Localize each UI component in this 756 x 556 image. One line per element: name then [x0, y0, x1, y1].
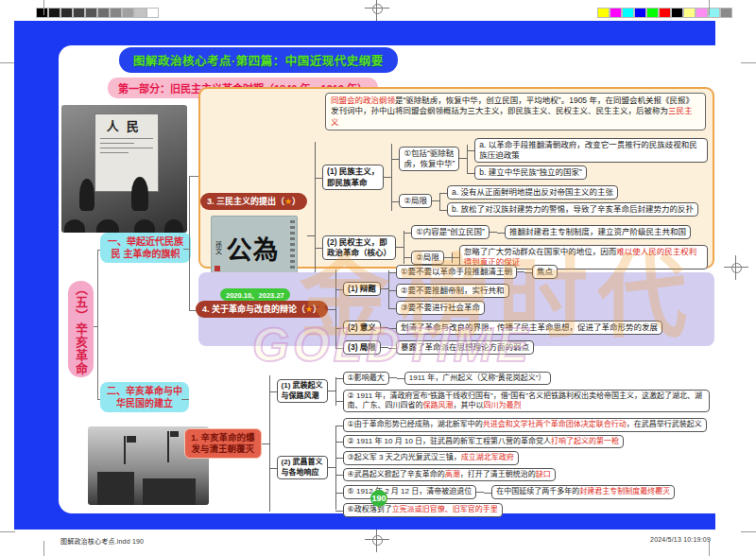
node-children: 在中国延续了两千多年的封建君主专制制度最终覆灭 — [484, 484, 710, 500]
calibration-square — [696, 8, 708, 18]
tree-row: (1) 武装起义与保路风潮①影响最大1911 年，广州起义（又称“黄花岗起义”）… — [277, 369, 710, 414]
red-seal — [215, 266, 220, 271]
text-segment: ② 1911 年 10 月 10 日，驻武昌的新军工程第八营的革命党人 — [348, 437, 552, 445]
text-segment: ②要不要推翻帝制，实行共和 — [401, 286, 505, 295]
connector — [97, 250, 100, 251]
text-segment: ①由于革命形势已经成熟，湖北新军中的 — [348, 420, 483, 428]
text-segment: (1) 民族主义， — [327, 166, 379, 176]
tree-row: ①由于革命形势已经成熟，湖北新军中的共进会和文学社两个革命团体决定联合行动，在武… — [343, 418, 710, 431]
map-node: 1911 年，广州起义（又称“黄花岗起义”） — [404, 372, 551, 385]
map-node: (1) 辩题 — [343, 282, 381, 296]
map-node: ⑤ 1912 年 2 月 12 日，清帝被迫退位 — [343, 485, 477, 498]
connector-stub — [381, 288, 388, 289]
node-children: (1) 武装起义与保路风潮①影响最大1911 年，广州起义（又称“黄花岗起义”）… — [269, 367, 710, 520]
text-segment: 忽略了广大劳动群众在国家中的地位，因而 — [464, 247, 617, 256]
text-segment: ①影响最大 — [348, 374, 385, 382]
text-segment: b. 放松了对汉族封建势力的警惕，导致了辛亥革命后封建势力的反扑 — [452, 204, 694, 214]
map-node: ①由于革命形势已经成熟，湖北新军中的共进会和文学社两个革命团体决定联合行动，在武… — [343, 418, 707, 431]
connector-stub — [517, 271, 524, 272]
map-node: ⑥政权落到了立宪派或旧官僚、旧军官的手里 — [343, 503, 503, 516]
text-segment: 1911 年，广州起义（又称“黄花岗起义”） — [409, 374, 546, 382]
node-children: 划清了革命与改良的界限，传播了民主革命思想，促进了革命形势的发展 — [388, 320, 710, 337]
highlight-text: 缺口 — [536, 470, 551, 478]
map-node: ② 1911 年 10 月 10 日，驻武昌的新军工程第八营的革命党人打响了起义… — [343, 435, 625, 448]
text-segment: 在中国延续了两千多年的 — [496, 487, 579, 495]
text-segment: 焦点 — [537, 267, 553, 276]
connector-stub — [328, 467, 335, 468]
tree-row: ⑥政权落到了立宪派或旧官僚、旧军官的手里 — [343, 503, 710, 516]
connector-stub — [490, 232, 497, 233]
calligraphy-text: 公為下天 — [221, 230, 285, 278]
text-segment: ② 1911 年，清政府宣布“铁路干线收归国有”，借“国有”名义把铁路利权出卖给… — [348, 391, 702, 409]
tree-row: a. 以革命手段推翻清朝政府，改变它一贯推行的民族歧视和民族压迫政策 — [474, 138, 708, 163]
crop-mark — [0, 62, 15, 63]
crop-mark — [43, 0, 44, 15]
connector-stub — [396, 247, 404, 248]
highlight-text: 高潮 — [445, 470, 460, 478]
calibration-square — [671, 8, 683, 18]
tree-row: ①包括“驱除鞑虏，恢复中华”a. 以革命手段推翻清朝政府，改变它一贯推行的民族歧… — [399, 136, 708, 181]
calibration-square — [622, 8, 634, 18]
highlight-text: 共进会和文学社两个革命团体决定联合行动 — [483, 420, 627, 428]
text-segment: ①内容是“创立民国” — [416, 227, 485, 236]
map-node: a. 没有从正面鲜明地提出反对帝国主义的主张 — [447, 185, 618, 200]
panel-debate: 2020.10、2023.27 4. 关于革命与改良的辩论（★） (1) 辩题①… — [198, 272, 714, 346]
calibration-square — [110, 8, 122, 18]
connector — [94, 326, 97, 327]
map-node: ④武昌起义掀起了辛亥革命的高潮，打开了清王朝统治的缺口 — [343, 468, 556, 481]
map-node: ② 1911 年，清政府宣布“铁路干线收归国有”，借“国有”名义把铁路利权出卖给… — [343, 390, 710, 413]
calibration-square — [634, 8, 646, 18]
node-children: a. 没有从正面鲜明地提出反对帝国主义的主张b. 放松了对汉族封建势力的警惕，导… — [439, 184, 708, 218]
tree-row: 1911 年，广州起义（又称“黄花岗起义”） — [404, 372, 710, 385]
crop-mark — [741, 62, 756, 63]
tree-row: (1) 民族主义，即民族革命①包括“驱除鞑虏，恢复中华”a. 以革命手段推翻清朝… — [322, 135, 708, 219]
calibration-square — [720, 8, 732, 18]
tree-row: ③要不要进行社会革命 — [396, 301, 710, 315]
page-number-badge: 190 — [370, 490, 387, 507]
node-children: ①包括“驱除鞑虏，恢复中华”a. 以革命手段推翻清朝政府，改变它一贯推行的民族歧… — [391, 135, 708, 219]
tree-row: b. 放松了对汉族封建势力的警惕，导致了辛亥革命后封建势力的反扑 — [447, 202, 708, 217]
map-node: ①内容是“创立民国” — [411, 225, 490, 239]
map-node: (1) 民族主义，即民族革命 — [322, 165, 384, 189]
connector-stub — [328, 391, 335, 391]
map-node: b. 建立中华民族“独立的国家” — [474, 165, 587, 180]
text-segment: a. 以革命手段推翻清朝政府，改变它一贯推行的民族歧视和民族压迫政策 — [479, 140, 696, 160]
tree-row: b. 建立中华民族“独立的国家” — [474, 165, 708, 180]
node-children: a. 以革命手段推翻清朝政府，改变它一贯推行的民族歧视和民族压迫政策b. 建立中… — [467, 136, 708, 181]
node-children: (1) 辩题①要不要以革命手段推翻清王朝焦点②要不要推翻帝制，实行共和③要不要进… — [335, 261, 710, 357]
footer-file-info: 图解政治核心考点.indd 190 — [60, 536, 144, 546]
text-segment: ） — [292, 197, 301, 206]
tree-row: ③起义军 3 天之内光复武汉三镇，成立湖北军政府 — [343, 451, 710, 464]
map-node: a. 以革命手段推翻清朝政府，改变它一贯推行的民族歧视和民族压迫政策 — [474, 138, 708, 163]
tree-row: ② 1911 年 10 月 10 日，驻武昌的新军工程第八营的革命党人打响了起义… — [343, 435, 710, 448]
calibration-square — [85, 8, 97, 18]
text-segment: (2) 民权主义，即 — [327, 237, 387, 247]
star-icon: ★ — [305, 304, 313, 314]
calibration-square — [48, 8, 60, 18]
exam-year-badge: 2020.10、2023.27 — [220, 288, 290, 301]
calibration-square — [659, 8, 671, 18]
text-segment: ②局限 — [404, 196, 427, 205]
calibration-square — [60, 8, 73, 18]
tree-row: ①要不要以革命手段推翻清王朝焦点 — [396, 264, 710, 281]
tree-row: ①影响最大1911 年，广州起义（又称“黄花岗起义”） — [343, 370, 710, 386]
text-segment: a. 没有从正面鲜明地提出反对帝国主义的主张 — [452, 187, 613, 197]
tongmenghui-program-note: 同盟会的政治纲领是“驱除鞑虏，恢复中华，创立民国，平均地权”。1905 年，在同… — [325, 93, 706, 130]
branch-1-label: 一、举起近代民族民 主革命的旗帜 — [100, 233, 191, 263]
calibration-square — [646, 8, 659, 18]
text-segment: ③起义军 3 天之内光复武汉三镇， — [348, 453, 461, 461]
calligraphy-tianxiaweigong: 公為下天 孫文 — [211, 216, 298, 278]
connector — [183, 249, 189, 250]
tree-row: ④武昌起义掀起了辛亥革命的高潮，打开了清王朝统治的缺口 — [343, 468, 710, 481]
tree-row: 划清了革命与改良的界限，传播了民主革命思想，促进了革命形势的发展 — [396, 321, 710, 335]
text-segment: ④武昌起义掀起了辛亥革命的 — [348, 470, 445, 478]
text-segment: ，在武昌举行武装起义 — [627, 420, 702, 428]
calibration-square — [683, 8, 696, 18]
tree-row: (2) 意义划清了革命与改良的界限，传播了民主革命思想，促进了革命形势的发展 — [343, 320, 710, 337]
map-node: 推翻封建君主专制制度，建立资产阶级民主共和国 — [505, 225, 691, 239]
text-segment: 3. 三民主义的提出（ — [207, 197, 284, 206]
text-segment: 与各地响应 — [282, 468, 319, 477]
map-node: 在中国延续了两千多年的封建君主专制制度最终覆灭 — [491, 485, 675, 498]
section-1-tree: (1) 武装起义与保路风潮①影响最大1911 年，广州起义（又称“黄花岗起义”）… — [269, 367, 710, 520]
text-segment: ⑥政权落到了 — [348, 505, 392, 513]
